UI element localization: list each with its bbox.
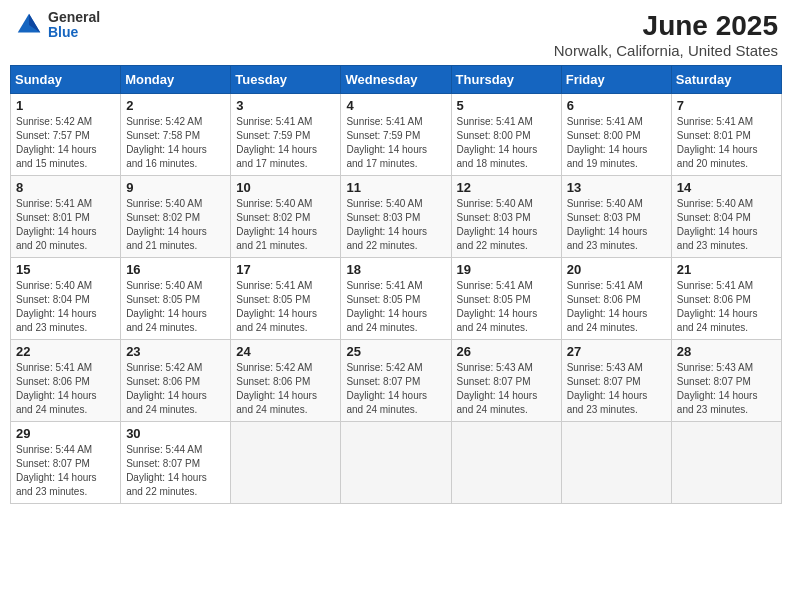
- day-number: 15: [16, 262, 115, 277]
- day-number: 27: [567, 344, 666, 359]
- day-detail: Sunrise: 5:43 AM Sunset: 8:07 PM Dayligh…: [457, 361, 556, 417]
- logo-text: General Blue: [48, 10, 100, 41]
- day-detail: Sunrise: 5:43 AM Sunset: 8:07 PM Dayligh…: [567, 361, 666, 417]
- title-block: June 2025 Norwalk, California, United St…: [554, 10, 778, 59]
- day-number: 12: [457, 180, 556, 195]
- weekday-header-monday: Monday: [121, 66, 231, 94]
- calendar-cell: 9 Sunrise: 5:40 AM Sunset: 8:02 PM Dayli…: [121, 176, 231, 258]
- day-detail: Sunrise: 5:40 AM Sunset: 8:02 PM Dayligh…: [126, 197, 225, 253]
- day-number: 25: [346, 344, 445, 359]
- calendar-cell: [341, 422, 451, 504]
- day-detail: Sunrise: 5:41 AM Sunset: 8:00 PM Dayligh…: [457, 115, 556, 171]
- calendar-cell: [671, 422, 781, 504]
- calendar-title: June 2025: [554, 10, 778, 42]
- calendar-cell: [231, 422, 341, 504]
- day-number: 30: [126, 426, 225, 441]
- day-detail: Sunrise: 5:40 AM Sunset: 8:03 PM Dayligh…: [457, 197, 556, 253]
- calendar-cell: 1 Sunrise: 5:42 AM Sunset: 7:57 PM Dayli…: [11, 94, 121, 176]
- calendar-week-1: 1 Sunrise: 5:42 AM Sunset: 7:57 PM Dayli…: [11, 94, 782, 176]
- day-detail: Sunrise: 5:41 AM Sunset: 8:06 PM Dayligh…: [16, 361, 115, 417]
- day-detail: Sunrise: 5:42 AM Sunset: 8:06 PM Dayligh…: [236, 361, 335, 417]
- weekday-header-friday: Friday: [561, 66, 671, 94]
- day-number: 10: [236, 180, 335, 195]
- day-number: 17: [236, 262, 335, 277]
- day-detail: Sunrise: 5:43 AM Sunset: 8:07 PM Dayligh…: [677, 361, 776, 417]
- calendar-cell: 30 Sunrise: 5:44 AM Sunset: 8:07 PM Dayl…: [121, 422, 231, 504]
- day-number: 19: [457, 262, 556, 277]
- calendar-cell: [561, 422, 671, 504]
- day-detail: Sunrise: 5:41 AM Sunset: 8:00 PM Dayligh…: [567, 115, 666, 171]
- calendar-body: 1 Sunrise: 5:42 AM Sunset: 7:57 PM Dayli…: [11, 94, 782, 504]
- day-detail: Sunrise: 5:42 AM Sunset: 7:58 PM Dayligh…: [126, 115, 225, 171]
- day-detail: Sunrise: 5:40 AM Sunset: 8:02 PM Dayligh…: [236, 197, 335, 253]
- logo: General Blue: [14, 10, 100, 41]
- calendar-week-5: 29 Sunrise: 5:44 AM Sunset: 8:07 PM Dayl…: [11, 422, 782, 504]
- day-number: 1: [16, 98, 115, 113]
- calendar-cell: 27 Sunrise: 5:43 AM Sunset: 8:07 PM Dayl…: [561, 340, 671, 422]
- day-number: 7: [677, 98, 776, 113]
- day-detail: Sunrise: 5:41 AM Sunset: 8:01 PM Dayligh…: [16, 197, 115, 253]
- day-number: 5: [457, 98, 556, 113]
- weekday-header-wednesday: Wednesday: [341, 66, 451, 94]
- calendar-cell: 21 Sunrise: 5:41 AM Sunset: 8:06 PM Dayl…: [671, 258, 781, 340]
- calendar-cell: 15 Sunrise: 5:40 AM Sunset: 8:04 PM Dayl…: [11, 258, 121, 340]
- calendar-week-4: 22 Sunrise: 5:41 AM Sunset: 8:06 PM Dayl…: [11, 340, 782, 422]
- calendar-cell: 12 Sunrise: 5:40 AM Sunset: 8:03 PM Dayl…: [451, 176, 561, 258]
- day-detail: Sunrise: 5:41 AM Sunset: 7:59 PM Dayligh…: [236, 115, 335, 171]
- weekday-header-sunday: Sunday: [11, 66, 121, 94]
- calendar-cell: 4 Sunrise: 5:41 AM Sunset: 7:59 PM Dayli…: [341, 94, 451, 176]
- calendar-cell: 8 Sunrise: 5:41 AM Sunset: 8:01 PM Dayli…: [11, 176, 121, 258]
- weekday-header-row: SundayMondayTuesdayWednesdayThursdayFrid…: [11, 66, 782, 94]
- calendar-cell: 24 Sunrise: 5:42 AM Sunset: 8:06 PM Dayl…: [231, 340, 341, 422]
- day-number: 8: [16, 180, 115, 195]
- calendar-cell: 6 Sunrise: 5:41 AM Sunset: 8:00 PM Dayli…: [561, 94, 671, 176]
- weekday-header-saturday: Saturday: [671, 66, 781, 94]
- calendar-cell: 16 Sunrise: 5:40 AM Sunset: 8:05 PM Dayl…: [121, 258, 231, 340]
- weekday-header-thursday: Thursday: [451, 66, 561, 94]
- day-detail: Sunrise: 5:41 AM Sunset: 8:05 PM Dayligh…: [236, 279, 335, 335]
- calendar-cell: 18 Sunrise: 5:41 AM Sunset: 8:05 PM Dayl…: [341, 258, 451, 340]
- calendar-cell: 2 Sunrise: 5:42 AM Sunset: 7:58 PM Dayli…: [121, 94, 231, 176]
- day-detail: Sunrise: 5:41 AM Sunset: 8:06 PM Dayligh…: [567, 279, 666, 335]
- day-number: 23: [126, 344, 225, 359]
- day-detail: Sunrise: 5:42 AM Sunset: 7:57 PM Dayligh…: [16, 115, 115, 171]
- day-detail: Sunrise: 5:42 AM Sunset: 8:07 PM Dayligh…: [346, 361, 445, 417]
- calendar-cell: 7 Sunrise: 5:41 AM Sunset: 8:01 PM Dayli…: [671, 94, 781, 176]
- day-detail: Sunrise: 5:40 AM Sunset: 8:04 PM Dayligh…: [677, 197, 776, 253]
- calendar-cell: 19 Sunrise: 5:41 AM Sunset: 8:05 PM Dayl…: [451, 258, 561, 340]
- day-detail: Sunrise: 5:41 AM Sunset: 8:06 PM Dayligh…: [677, 279, 776, 335]
- calendar-cell: 3 Sunrise: 5:41 AM Sunset: 7:59 PM Dayli…: [231, 94, 341, 176]
- day-number: 2: [126, 98, 225, 113]
- day-number: 11: [346, 180, 445, 195]
- day-number: 22: [16, 344, 115, 359]
- day-number: 21: [677, 262, 776, 277]
- day-detail: Sunrise: 5:44 AM Sunset: 8:07 PM Dayligh…: [126, 443, 225, 499]
- calendar-cell: 5 Sunrise: 5:41 AM Sunset: 8:00 PM Dayli…: [451, 94, 561, 176]
- day-detail: Sunrise: 5:41 AM Sunset: 7:59 PM Dayligh…: [346, 115, 445, 171]
- calendar-week-2: 8 Sunrise: 5:41 AM Sunset: 8:01 PM Dayli…: [11, 176, 782, 258]
- logo-general: General: [48, 10, 100, 25]
- day-number: 18: [346, 262, 445, 277]
- day-detail: Sunrise: 5:40 AM Sunset: 8:03 PM Dayligh…: [346, 197, 445, 253]
- day-number: 24: [236, 344, 335, 359]
- day-number: 6: [567, 98, 666, 113]
- calendar-cell: 17 Sunrise: 5:41 AM Sunset: 8:05 PM Dayl…: [231, 258, 341, 340]
- day-detail: Sunrise: 5:41 AM Sunset: 8:05 PM Dayligh…: [457, 279, 556, 335]
- day-number: 16: [126, 262, 225, 277]
- day-number: 9: [126, 180, 225, 195]
- day-number: 3: [236, 98, 335, 113]
- weekday-header-tuesday: Tuesday: [231, 66, 341, 94]
- calendar-cell: [451, 422, 561, 504]
- calendar-cell: 28 Sunrise: 5:43 AM Sunset: 8:07 PM Dayl…: [671, 340, 781, 422]
- day-number: 28: [677, 344, 776, 359]
- calendar-header: SundayMondayTuesdayWednesdayThursdayFrid…: [11, 66, 782, 94]
- day-detail: Sunrise: 5:40 AM Sunset: 8:04 PM Dayligh…: [16, 279, 115, 335]
- calendar-cell: 22 Sunrise: 5:41 AM Sunset: 8:06 PM Dayl…: [11, 340, 121, 422]
- calendar-cell: 13 Sunrise: 5:40 AM Sunset: 8:03 PM Dayl…: [561, 176, 671, 258]
- day-detail: Sunrise: 5:44 AM Sunset: 8:07 PM Dayligh…: [16, 443, 115, 499]
- day-number: 4: [346, 98, 445, 113]
- day-number: 20: [567, 262, 666, 277]
- day-number: 26: [457, 344, 556, 359]
- day-detail: Sunrise: 5:40 AM Sunset: 8:05 PM Dayligh…: [126, 279, 225, 335]
- day-number: 29: [16, 426, 115, 441]
